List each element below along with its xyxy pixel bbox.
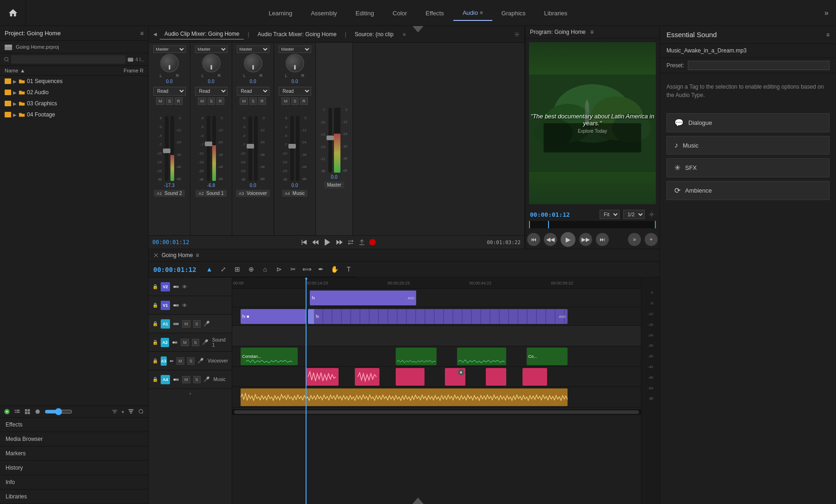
- step-back-icon[interactable]: [312, 239, 319, 246]
- sort-icon[interactable]: [111, 408, 118, 415]
- essential-sound-menu[interactable]: ≡: [826, 32, 829, 38]
- toggle-icon-a1[interactable]: [173, 321, 179, 327]
- filter-icon[interactable]: [128, 408, 134, 415]
- settings-icon[interactable]: [514, 32, 520, 37]
- clip-v1-2[interactable]: fx A00: [314, 309, 568, 324]
- solo-btn-3[interactable]: S: [249, 97, 257, 105]
- mic-icon-a2[interactable]: 🎤: [202, 339, 209, 345]
- step-fwd-icon[interactable]: [336, 239, 343, 246]
- channel-routing-4[interactable]: Master: [279, 45, 311, 53]
- pen-tool[interactable]: ✒: [315, 264, 327, 275]
- clip-a3-3[interactable]: [396, 368, 425, 386]
- tab-graphics[interactable]: Graphics: [492, 6, 535, 20]
- solo-btn-1[interactable]: S: [166, 97, 173, 105]
- lock-icon-a2[interactable]: 🔒: [152, 340, 158, 345]
- solo-btn-4[interactable]: S: [291, 97, 299, 105]
- snap-tool[interactable]: ⌂: [260, 264, 271, 275]
- fader-handle-3[interactable]: [247, 144, 254, 149]
- ripple-tool[interactable]: ⤢: [218, 264, 229, 275]
- play-pause-btn[interactable]: ▶: [561, 232, 575, 247]
- mute-btn-3[interactable]: M: [240, 97, 248, 105]
- clip-v2-1[interactable]: fx A00: [310, 291, 416, 305]
- solo-track-a2[interactable]: S: [192, 339, 199, 346]
- clip-a3-5[interactable]: [486, 368, 506, 386]
- eye-icon-v2[interactable]: 👁: [182, 284, 187, 290]
- section-markers[interactable]: Markers: [0, 446, 148, 461]
- clip-a2-3[interactable]: [457, 348, 506, 365]
- channel-routing-2[interactable]: Master: [195, 45, 228, 53]
- hand-tool[interactable]: ✋: [329, 264, 340, 275]
- solo-track-a4[interactable]: S: [193, 376, 201, 383]
- read-select-1[interactable]: ReadWrite: [153, 87, 186, 96]
- folder-01-sequences[interactable]: ▶ 01 Sequences: [0, 76, 148, 87]
- timeline-menu-icon[interactable]: ≡: [196, 252, 199, 258]
- record-btn-2[interactable]: R: [216, 97, 224, 105]
- mute-btn-2[interactable]: M: [198, 97, 206, 105]
- freeform-view-icon[interactable]: [34, 408, 41, 415]
- settings-monitor-icon[interactable]: [648, 211, 655, 218]
- magnet-tool[interactable]: ⊳: [274, 264, 285, 275]
- tab-audio[interactable]: Audio ≡: [453, 6, 492, 21]
- timeline-playhead[interactable]: [306, 278, 307, 504]
- clip-a2-1[interactable]: Constan...: [241, 348, 298, 365]
- timeline-scrollbar[interactable]: [232, 409, 641, 415]
- list-view-icon[interactable]: [14, 408, 20, 415]
- clip-a2-4[interactable]: Co...: [527, 348, 568, 365]
- section-history[interactable]: History: [0, 461, 148, 475]
- close-icon[interactable]: [153, 252, 159, 258]
- pan-knob-4[interactable]: [286, 54, 304, 72]
- section-effects[interactable]: Effects: [0, 418, 148, 432]
- tab-source[interactable]: Source: (no clip: [350, 29, 398, 39]
- read-select-4[interactable]: Read: [279, 87, 311, 96]
- loop-icon[interactable]: [347, 239, 354, 246]
- solo-btn-2[interactable]: S: [208, 97, 215, 105]
- mic-icon-a4[interactable]: 🎤: [203, 376, 210, 382]
- pan-knob-3[interactable]: [244, 54, 262, 72]
- channel-routing-3[interactable]: Master: [237, 45, 269, 53]
- fader-handle-2[interactable]: [205, 142, 212, 146]
- clip-a3-1[interactable]: [306, 368, 338, 386]
- track-tool[interactable]: ⊞: [232, 264, 243, 275]
- read-select-2[interactable]: Read: [195, 87, 228, 96]
- clip-a3-4[interactable]: ♦: [445, 368, 465, 386]
- section-libraries[interactable]: Libraries: [0, 490, 148, 504]
- text-tool[interactable]: T: [343, 264, 354, 275]
- go-end-btn[interactable]: ⏭: [596, 233, 609, 246]
- clip-a3-2[interactable]: [355, 368, 379, 386]
- lock-icon-v1[interactable]: 🔒: [152, 303, 158, 308]
- tab-audio-track-mixer[interactable]: Audio Track Mixer: Going Home: [253, 29, 341, 39]
- grid-view-icon[interactable]: [24, 408, 31, 415]
- record-btn-1[interactable]: R: [175, 97, 183, 105]
- fader-handle-4[interactable]: [288, 144, 296, 149]
- folder-02-audio[interactable]: ▶ 02 Audio: [0, 87, 148, 98]
- monitor-scrubber[interactable]: [529, 221, 656, 228]
- mute-track-a4[interactable]: M: [182, 376, 190, 383]
- mute-track-a1[interactable]: M: [182, 320, 190, 328]
- search-input[interactable]: [11, 55, 125, 64]
- pan-knob-2[interactable]: [202, 54, 221, 72]
- record-btn-4[interactable]: R: [300, 97, 308, 105]
- go-start-btn[interactable]: ⏮: [527, 233, 540, 246]
- fader-track-1[interactable]: [165, 116, 169, 181]
- select-tool[interactable]: ▲: [204, 264, 215, 275]
- ratio-select[interactable]: 1/2: [623, 210, 645, 219]
- fader-track-master[interactable]: [328, 108, 332, 173]
- add-track-btn[interactable]: +: [149, 389, 232, 398]
- mute-track-a2[interactable]: M: [181, 339, 189, 346]
- search-panel-icon[interactable]: [138, 408, 144, 415]
- clip-a3-6[interactable]: [522, 368, 547, 386]
- audio-type-dialogue[interactable]: 💬 Dialogue: [666, 113, 829, 132]
- tab-editing[interactable]: Editing: [346, 6, 384, 20]
- toggle-icon-a2[interactable]: [172, 339, 178, 346]
- mute-track-a3[interactable]: M: [176, 357, 185, 365]
- audio-type-sfx[interactable]: ✳ SFX: [666, 158, 829, 177]
- fit-select[interactable]: Fit: [600, 210, 620, 219]
- eye-icon-v1[interactable]: 👁: [182, 303, 187, 308]
- expand-panels-icon[interactable]: »: [403, 31, 406, 38]
- toggle-icon-v1[interactable]: [173, 302, 179, 309]
- toggle-icon-a3[interactable]: [170, 358, 174, 364]
- fader-handle-master[interactable]: [327, 136, 334, 140]
- lock-icon-a3[interactable]: 🔒: [152, 358, 158, 363]
- tab-assembly[interactable]: Assembly: [301, 6, 346, 20]
- expand-btn[interactable]: »: [628, 233, 641, 246]
